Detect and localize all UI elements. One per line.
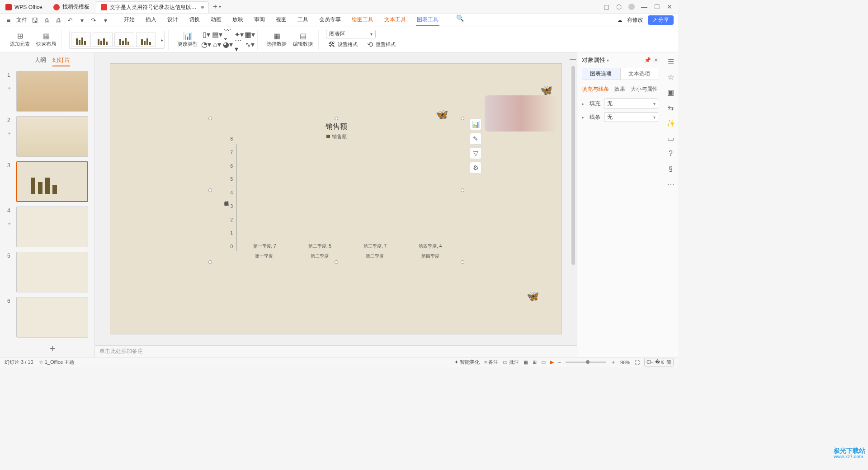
chart-style-2[interactable]	[93, 33, 113, 47]
pin-icon[interactable]: 📌	[644, 57, 651, 63]
share-button[interactable]: ↗分享	[648, 15, 674, 25]
resize-handle[interactable]	[208, 117, 212, 120]
chart-object[interactable]: 销售额 销售额 销售额坐标轴 012345678 第一季度, 7第二季度, 5第…	[210, 118, 463, 263]
chart-style-4[interactable]	[136, 33, 156, 47]
vertical-scrollbar[interactable]	[571, 57, 576, 327]
tab-start[interactable]: 开始	[123, 14, 136, 26]
select-data-button[interactable]: ▦ 选择数据	[265, 31, 288, 48]
slide-thumb-6[interactable]	[16, 297, 88, 338]
maximize-button[interactable]: ☐	[654, 4, 660, 10]
chart-legend[interactable]: 销售额	[210, 132, 462, 142]
print-preview-icon[interactable]: ⎙	[42, 16, 51, 24]
help-icon[interactable]: ?	[666, 149, 675, 158]
fill-select[interactable]: 无	[604, 99, 658, 108]
subtab-chart-options[interactable]: 图表选项	[582, 68, 620, 80]
file-menu[interactable]: 文件	[16, 16, 27, 24]
area-chart-icon[interactable]: ◔▾	[202, 41, 210, 49]
avatar-icon[interactable]	[628, 4, 635, 10]
close-button[interactable]: ✕	[666, 4, 673, 10]
tab-templates[interactable]: 找稻壳模板	[49, 1, 94, 13]
resize-handle[interactable]	[461, 260, 464, 264]
search-icon[interactable]: 🔍	[456, 14, 464, 22]
chart-filter-button[interactable]: ▽	[470, 147, 481, 159]
save-icon[interactable]: 🖫	[31, 16, 39, 24]
view-reading-icon[interactable]: ▭	[541, 359, 546, 365]
stock-chart-icon[interactable]: ⌂▾	[213, 41, 221, 49]
tab-drawing-tools[interactable]: 绘图工具	[351, 14, 374, 26]
resize-handle[interactable]	[461, 188, 464, 192]
more-icon[interactable]: ⋯	[666, 180, 675, 189]
tab-chart-tools[interactable]: 图表工具	[416, 14, 439, 26]
add-slide-button[interactable]: ＋	[16, 342, 89, 354]
pending-changes-label[interactable]: 有修改	[627, 16, 643, 24]
tab-current-doc[interactable]: 文字是人类用符号记录表达信息以…	[96, 1, 209, 13]
quick-layout-button[interactable]: ▦ 快速布局	[34, 31, 58, 48]
reader-mode-icon[interactable]: ▢	[603, 4, 609, 10]
slide-canvas[interactable]: 🦋 🦋 🦋 销售额 销售额 销售额坐标轴 01234	[110, 63, 562, 334]
close-pane-icon[interactable]: ✕	[654, 57, 658, 63]
chart-style-1[interactable]	[71, 33, 91, 47]
tab-review[interactable]: 审阅	[253, 14, 266, 26]
tab-member[interactable]: 会员专享	[318, 14, 342, 26]
cat-fill-line[interactable]: 填充与线条	[582, 85, 609, 93]
chart-plot[interactable]: 销售额坐标轴 012345678 第一季度, 7第二季度, 5第三季度, 7第四…	[224, 144, 458, 251]
chart-style-gallery[interactable]: ▸	[69, 31, 165, 49]
resize-handle[interactable]	[208, 188, 212, 192]
zoom-value[interactable]: 98%	[620, 360, 630, 365]
comments-toggle[interactable]: ▭ 批注	[503, 359, 519, 366]
chart-title[interactable]: 销售额	[210, 118, 462, 132]
outline-tab-slides[interactable]: 幻灯片	[52, 56, 70, 66]
slide-thumb-2[interactable]	[16, 116, 88, 157]
tab-design[interactable]: 设计	[166, 14, 179, 26]
set-format-button[interactable]: 🛠设置格式	[326, 40, 359, 50]
notes-toggle[interactable]: ≡ 备注	[484, 359, 498, 366]
line-select[interactable]: 无	[604, 112, 658, 122]
chart-element-select[interactable]: 图表区	[326, 30, 376, 38]
view-slideshow-icon[interactable]: ▶	[550, 359, 554, 365]
tab-insert[interactable]: 插入	[145, 14, 157, 26]
resize-handle[interactable]	[461, 117, 464, 120]
fit-icon[interactable]: ⛶	[635, 360, 640, 365]
hbar-chart-icon[interactable]: ▤▾	[213, 31, 221, 39]
print-icon[interactable]: ⎙	[54, 16, 62, 24]
slide-thumb-4[interactable]	[16, 207, 88, 247]
ime-indicator[interactable]: CH �ꆬ 简	[644, 358, 674, 367]
reset-style-button[interactable]: ⟲重置样式	[364, 40, 397, 50]
plot-area[interactable]: 第一季度, 7第二季度, 5第三季度, 7第四季度, 4	[236, 144, 458, 251]
resize-handle[interactable]	[335, 117, 338, 120]
tab-menu-button[interactable]: ▾	[217, 4, 224, 9]
view-normal-icon[interactable]: ▦	[524, 359, 528, 365]
canvas-wrap[interactable]: 🦋 🦋 🦋 销售额 销售额 销售额坐标轴 01234	[95, 52, 577, 345]
effects-icon[interactable]: ✨	[666, 118, 675, 127]
line-chart-icon[interactable]: 〰▾	[224, 31, 232, 39]
notes-pane[interactable]: 单击此处添加备注	[95, 345, 577, 357]
zoom-out-icon[interactable]: −	[558, 360, 561, 365]
tab-text-tools[interactable]: 文本工具	[383, 14, 407, 26]
scatter-chart-icon[interactable]: ⋯▾	[235, 41, 243, 49]
cloud-sync-icon[interactable]: ☁	[617, 17, 623, 24]
beautify-button[interactable]: ✦ 智能美化	[454, 359, 480, 366]
tab-slideshow[interactable]: 放映	[231, 14, 244, 26]
zoom-thumb[interactable]	[586, 360, 590, 364]
cube-icon[interactable]: ⬡	[616, 4, 622, 10]
grid-chart-icon[interactable]: ▦▾	[245, 31, 254, 39]
undo-more-icon[interactable]: ▾	[78, 16, 86, 24]
tab-transition[interactable]: 切换	[188, 14, 201, 26]
edit-data-button[interactable]: ▤ 编辑数据	[291, 31, 315, 48]
redo-icon[interactable]: ↷	[90, 16, 98, 24]
chart-settings-button[interactable]: ⚙	[470, 162, 481, 174]
outline-tab-outline[interactable]: 大纲	[34, 56, 46, 66]
tab-tools[interactable]: 工具	[297, 14, 309, 26]
chart-styles-button[interactable]: ✎	[470, 133, 481, 145]
new-tab-button[interactable]: ＋	[210, 2, 217, 11]
zoom-in-icon[interactable]: ＋	[611, 359, 616, 366]
cat-size[interactable]: 大小与属性	[631, 85, 658, 93]
tab-wps-home[interactable]: WPS Office	[1, 1, 47, 13]
minimize-button[interactable]: ―	[641, 4, 647, 10]
undo-icon[interactable]: ↶	[66, 16, 74, 24]
zoom-slider[interactable]	[566, 362, 606, 363]
tab-view[interactable]: 视图	[275, 14, 288, 26]
chevron-down-icon[interactable]: ▾	[607, 58, 609, 63]
theme-indicator[interactable]: ☆ 1_Office 主题	[39, 359, 75, 366]
change-chart-type-button[interactable]: 📊 更改类型	[176, 31, 199, 48]
